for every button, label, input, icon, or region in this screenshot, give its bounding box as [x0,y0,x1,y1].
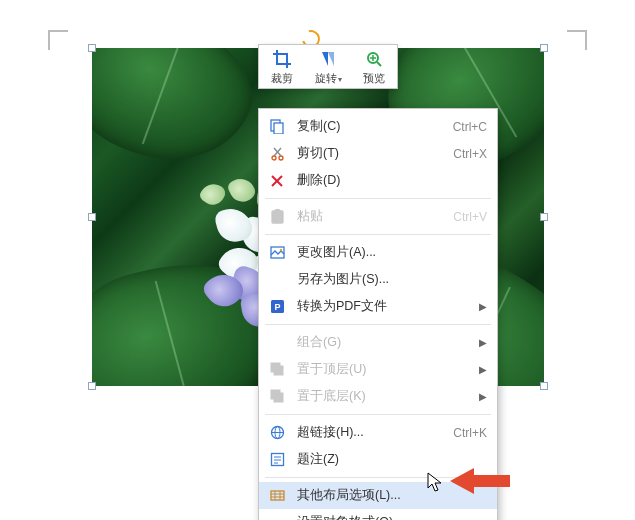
paste-icon [267,207,287,227]
svg-rect-13 [275,210,280,213]
crop-icon [272,49,292,69]
hyperlink-icon [267,423,287,443]
rotate-button[interactable]: 旋转▾ [305,45,351,88]
menu-item-save-as-picture[interactable]: 另存为图片(S)... [259,266,497,293]
menu-shortcut: Ctrl+V [453,210,487,224]
menu-label: 剪切(T) [297,145,445,162]
mouse-cursor-icon [427,472,445,494]
menu-item-format-object[interactable]: 设置对象格式(O)... [259,509,497,520]
group-icon [267,333,287,353]
menu-separator [265,198,491,199]
svg-rect-19 [271,363,280,372]
svg-rect-5 [274,123,283,134]
page-corner-top-right [567,30,587,50]
menu-label: 组合(G) [297,334,473,351]
copy-icon [267,117,287,137]
caption-icon [267,450,287,470]
image-mini-toolbar: 裁剪 旋转▾ 预览 [258,44,398,89]
menu-label: 设置对象格式(O)... [297,514,487,520]
svg-point-15 [279,249,281,251]
menu-shortcut: Ctrl+X [453,147,487,161]
menu-item-paste: 粘贴 Ctrl+V [259,203,497,230]
menu-item-delete[interactable]: 删除(D) [259,167,497,194]
submenu-arrow-icon: ▶ [479,391,487,402]
menu-item-copy[interactable]: 复制(C) Ctrl+C [259,113,497,140]
menu-item-send-back: 置于底层(K) ▶ [259,383,497,410]
crop-label: 裁剪 [271,71,293,86]
crop-button[interactable]: 裁剪 [259,45,305,88]
resize-handle-bl[interactable] [88,382,96,390]
submenu-arrow-icon: ▶ [479,364,487,375]
resize-handle-tl[interactable] [88,44,96,52]
bring-front-icon [267,360,287,380]
rotate-icon [318,49,338,69]
resize-handle-br[interactable] [540,382,548,390]
svg-point-7 [279,156,283,160]
page-corner-top-left [48,30,68,50]
svg-text:P: P [274,302,280,312]
menu-separator [265,324,491,325]
resize-handle-mr[interactable] [540,213,548,221]
send-back-icon [267,387,287,407]
context-menu: 复制(C) Ctrl+C 剪切(T) Ctrl+X 删除(D) 粘贴 Ctrl+… [258,108,498,520]
resize-handle-ml[interactable] [88,213,96,221]
save-as-picture-icon [267,270,287,290]
menu-shortcut: Ctrl+K [453,426,487,440]
menu-label: 粘贴 [297,208,445,225]
menu-shortcut: Ctrl+C [453,120,487,134]
delete-icon [267,171,287,191]
pdf-icon: P [267,297,287,317]
format-object-icon [267,513,287,521]
svg-line-1 [377,62,381,66]
rotate-label: 旋转▾ [315,71,342,86]
annotation-arrow-icon [450,468,510,492]
menu-label: 置于底层(K) [297,388,473,405]
dropdown-arrow-icon: ▾ [338,75,342,84]
svg-rect-21 [274,393,283,402]
submenu-arrow-icon: ▶ [479,301,487,312]
layout-options-icon [267,486,287,506]
menu-label: 题注(Z) [297,451,487,468]
menu-separator [265,414,491,415]
menu-label: 删除(D) [297,172,487,189]
menu-label: 超链接(H)... [297,424,445,441]
menu-label: 复制(C) [297,118,445,135]
menu-label: 更改图片(A)... [297,244,487,261]
editor-canvas: 裁剪 旋转▾ 预览 复制(C) Ctrl+C 剪切(T) Ctrl+X [0,0,635,520]
svg-rect-29 [271,491,284,500]
menu-item-hyperlink[interactable]: 超链接(H)... Ctrl+K [259,419,497,446]
menu-separator [265,234,491,235]
menu-item-change-picture[interactable]: 更改图片(A)... [259,239,497,266]
menu-item-group: 组合(G) ▶ [259,329,497,356]
menu-label: 转换为PDF文件 [297,298,473,315]
svg-point-6 [272,156,276,160]
preview-label: 预览 [363,71,385,86]
preview-button[interactable]: 预览 [351,45,397,88]
menu-item-bring-front: 置于顶层(U) ▶ [259,356,497,383]
menu-item-cut[interactable]: 剪切(T) Ctrl+X [259,140,497,167]
menu-label: 置于顶层(U) [297,361,473,378]
change-picture-icon [267,243,287,263]
menu-item-convert-pdf[interactable]: P 转换为PDF文件 ▶ [259,293,497,320]
submenu-arrow-icon: ▶ [479,337,487,348]
cut-icon [267,144,287,164]
menu-label: 另存为图片(S)... [297,271,487,288]
resize-handle-tr[interactable] [540,44,548,52]
preview-icon [364,49,384,69]
